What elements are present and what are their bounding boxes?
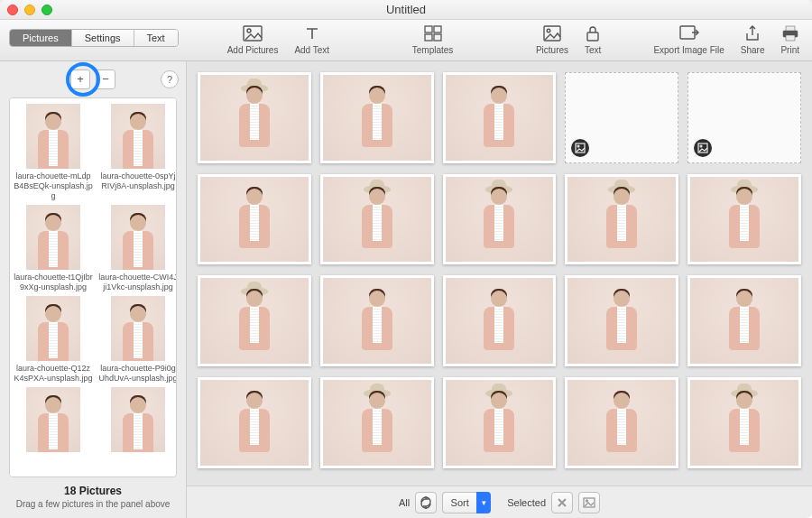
sort-label: Sort xyxy=(442,492,476,513)
svg-rect-3 xyxy=(434,26,441,32)
layout-cell[interactable] xyxy=(565,174,678,265)
empty-slot[interactable] xyxy=(687,72,801,163)
svg-rect-5 xyxy=(434,34,441,41)
lock-icon xyxy=(586,23,600,43)
layout-cell[interactable] xyxy=(320,174,434,265)
share-label: Share xyxy=(741,45,765,55)
layout-cell[interactable] xyxy=(443,174,557,265)
add-text-label: Add Text xyxy=(294,45,329,55)
svg-point-18 xyxy=(586,500,588,502)
thumbnail-caption: laura-chouette-0spYjRIVj8A-unsplash.jpg xyxy=(98,171,177,191)
window-title: Untitled xyxy=(0,3,812,16)
sidebar-thumbnail[interactable]: laura-chouette-Q12zK4sPXA-unsplash.jpg xyxy=(14,296,93,384)
layout-cell[interactable] xyxy=(198,72,311,163)
cell-image xyxy=(323,75,431,161)
sidebar-thumbnail[interactable]: laura-chouette-0spYjRIVj8A-unsplash.jpg xyxy=(98,104,177,201)
text-panel-label: Text xyxy=(585,45,601,55)
add-text-button[interactable]: Add Text xyxy=(291,23,333,55)
layout-cell[interactable] xyxy=(443,72,557,163)
thumbnail-caption: laura-chouette-CWI4Jji1Vkc-unsplash.jpg xyxy=(98,273,177,292)
share-button[interactable]: Share xyxy=(737,23,769,55)
thumbnail-image xyxy=(111,387,165,452)
layout-cell[interactable] xyxy=(198,377,311,468)
cell-image xyxy=(690,380,798,466)
chevron-down-icon: ▾ xyxy=(476,492,491,513)
thumbnail-image xyxy=(111,104,165,169)
thumbnail-image xyxy=(111,296,165,361)
close-icon xyxy=(557,497,567,508)
help-button[interactable]: ? xyxy=(161,70,179,88)
selected-image-button[interactable] xyxy=(578,492,600,513)
cell-image xyxy=(323,278,431,364)
svg-rect-8 xyxy=(587,32,598,41)
image-icon xyxy=(583,497,595,508)
thumbnail-image xyxy=(26,205,80,270)
placeholder-badge xyxy=(694,139,712,157)
empty-slot[interactable] xyxy=(565,72,678,163)
layout-cell[interactable] xyxy=(565,275,678,366)
export-label: Export Image File xyxy=(653,45,724,55)
rotate-all-button[interactable] xyxy=(415,492,437,513)
tab-text[interactable]: Text xyxy=(134,30,178,46)
pictures-panel-button[interactable]: Pictures xyxy=(532,23,572,55)
layout-cell[interactable] xyxy=(320,275,434,366)
layout-cell[interactable] xyxy=(687,174,801,265)
sidebar-thumbnail[interactable] xyxy=(98,387,177,455)
layout-cell[interactable] xyxy=(443,377,557,468)
add-picture-button[interactable]: + xyxy=(70,69,90,89)
sidebar-thumbnail[interactable]: laura-chouette-t1QjIbr9xXg-unsplash.jpg xyxy=(14,205,93,292)
svg-rect-4 xyxy=(425,34,432,41)
print-label: Print xyxy=(780,45,799,55)
svg-point-14 xyxy=(577,145,579,147)
text-icon xyxy=(304,23,320,43)
all-label: All xyxy=(399,497,410,508)
layout-cell[interactable] xyxy=(687,377,801,468)
text-panel-button[interactable]: Text xyxy=(581,23,604,55)
share-icon xyxy=(745,23,760,43)
view-tabs: Pictures Settings Text xyxy=(9,29,179,47)
templates-button[interactable]: Templates xyxy=(409,23,457,55)
sidebar-thumbnail[interactable]: laura-chouette-P9i0gUhdUvA-unsplash.jpg xyxy=(98,296,177,384)
layout-cell[interactable] xyxy=(198,174,311,265)
remove-picture-button[interactable]: − xyxy=(96,69,115,89)
cell-image xyxy=(200,177,309,263)
thumbnail-image xyxy=(26,296,80,361)
cell-image xyxy=(690,278,798,364)
sidebar-thumbnail[interactable]: laura-chouette-mLdpB4BsEQk-unsplash.jpg xyxy=(14,104,93,201)
layout-canvas[interactable] xyxy=(187,61,812,486)
print-button[interactable]: Print xyxy=(777,23,803,55)
templates-icon xyxy=(424,23,442,43)
toolbar: Pictures Settings Text Add Pictures Add … xyxy=(0,20,812,61)
export-button[interactable]: Export Image File xyxy=(650,23,727,55)
tab-pictures[interactable]: Pictures xyxy=(10,30,72,46)
layout-cell[interactable] xyxy=(320,377,434,468)
rotate-icon xyxy=(420,496,432,509)
thumbnail-image xyxy=(26,387,80,452)
svg-rect-2 xyxy=(425,26,432,32)
sidebar-thumbnail[interactable]: laura-chouette-CWI4Jji1Vkc-unsplash.jpg xyxy=(98,205,177,292)
layout-cell[interactable] xyxy=(198,275,311,366)
sort-dropdown[interactable]: Sort ▾ xyxy=(442,492,491,513)
cell-image xyxy=(323,380,431,466)
sidebar-tools: + − ? xyxy=(0,61,186,97)
layout-cell[interactable] xyxy=(565,377,678,468)
sidebar-thumbnail[interactable] xyxy=(14,387,93,455)
cell-image xyxy=(446,177,554,263)
layout-cell[interactable] xyxy=(443,275,557,366)
svg-rect-11 xyxy=(786,26,795,31)
layout-cell[interactable] xyxy=(687,275,801,366)
add-pictures-button[interactable]: Add Pictures xyxy=(224,23,282,55)
thumbnail-caption: laura-chouette-Q12zK4sPXA-unsplash.jpg xyxy=(14,364,93,384)
svg-point-7 xyxy=(547,29,550,32)
tab-settings[interactable]: Settings xyxy=(72,30,134,46)
remove-selected-button[interactable] xyxy=(551,492,573,513)
sidebar-thumbnail-list[interactable]: laura-chouette-mLdpB4BsEQk-unsplash.jpgl… xyxy=(9,97,177,477)
image-icon xyxy=(543,23,561,43)
layout-cell[interactable] xyxy=(320,72,434,163)
sidebar-footer: 18 Pictures Drag a few pictures in the p… xyxy=(0,477,186,518)
templates-label: Templates xyxy=(412,45,454,55)
cell-image xyxy=(567,380,676,466)
cell-image xyxy=(446,75,554,161)
cell-image xyxy=(200,278,309,364)
svg-point-1 xyxy=(247,29,251,32)
